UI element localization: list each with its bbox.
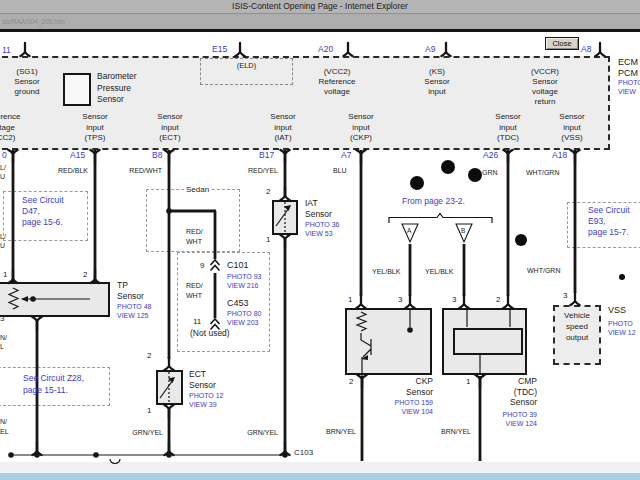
pin-connector-icon bbox=[164, 357, 173, 370]
inline-connector-icon bbox=[402, 224, 418, 242]
junction-dot bbox=[407, 327, 413, 333]
tp-potentiometer bbox=[9, 288, 18, 309]
pin-connector-icon bbox=[280, 235, 289, 248]
ink-dot bbox=[619, 274, 625, 280]
bus-connector-arc bbox=[110, 459, 120, 464]
ink-dot bbox=[515, 234, 527, 246]
ckp-transistor bbox=[361, 333, 371, 357]
pin-connector-icon bbox=[235, 43, 244, 56]
wiring-diagram-svg bbox=[0, 0, 640, 480]
junction-dot bbox=[30, 296, 36, 302]
pin-connector-icon bbox=[459, 295, 468, 308]
junction-dot bbox=[34, 452, 40, 458]
junction-dot bbox=[166, 452, 172, 458]
pin-connector-icon bbox=[356, 295, 365, 308]
pin-connector-icon bbox=[164, 405, 173, 418]
iat-thermistor-arrow bbox=[276, 208, 289, 226]
junction-dot bbox=[166, 208, 172, 214]
pin-connector-icon bbox=[405, 295, 414, 308]
pin-connector-icon bbox=[595, 43, 604, 56]
pin-connector-icon bbox=[441, 43, 450, 56]
ckp-resistor bbox=[357, 312, 366, 331]
ink-dot bbox=[410, 176, 424, 190]
connector-pins-icon bbox=[211, 260, 220, 271]
ect-thermistor-arrow bbox=[160, 380, 173, 398]
pin-connector-icon bbox=[280, 187, 289, 200]
junction-dot bbox=[93, 452, 99, 458]
junction-dot bbox=[282, 452, 288, 458]
pin-connector-icon bbox=[503, 295, 512, 308]
tp-wiper-arrow bbox=[21, 296, 28, 302]
connector-pins-icon bbox=[211, 319, 220, 330]
junction-dot bbox=[8, 452, 14, 458]
pin-connector-icon bbox=[343, 43, 352, 56]
pin-connector-icon bbox=[32, 317, 41, 330]
ink-dot bbox=[468, 168, 482, 182]
ink-dot bbox=[441, 160, 455, 174]
pin-connector-icon bbox=[20, 43, 29, 56]
inline-connector-icon bbox=[456, 224, 472, 242]
from-page-bracket bbox=[389, 214, 492, 224]
close-button[interactable]: Close bbox=[545, 37, 579, 50]
pin-connector-icon bbox=[570, 292, 579, 305]
